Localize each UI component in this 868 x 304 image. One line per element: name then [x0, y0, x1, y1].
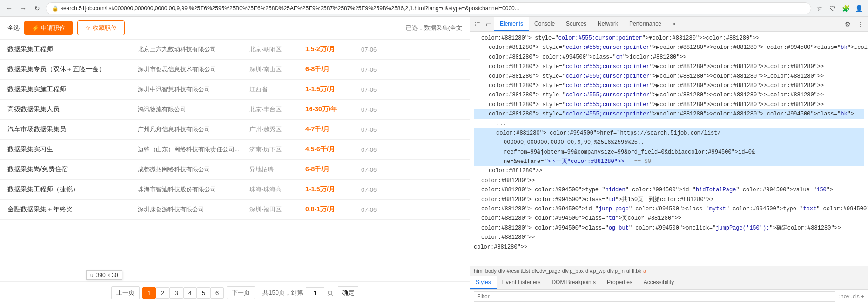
prev-page-button[interactable]: 上一页	[111, 286, 140, 299]
job-date: 07-06	[361, 66, 389, 73]
bottom-tab-accessibility[interactable]: Accessibility	[638, 276, 680, 289]
dom-line: color:#881280">>	[474, 176, 864, 185]
page-button-1[interactable]: 1	[142, 287, 156, 299]
job-company: 北京三六九数动科技有限公司	[138, 45, 249, 54]
breadcrumb-item-div-dw-page[interactable]: div.dw_page	[532, 268, 560, 274]
job-row[interactable]: 汽车市场数据采集员 广州凡舟信息科技有限公司 广州-越秀区 4-7千/月 07-…	[0, 120, 470, 140]
check-all-label[interactable]: 全选	[7, 24, 20, 32]
apply-button[interactable]: ⚡ 申请职位	[24, 21, 73, 35]
tab-sources[interactable]: Sources	[560, 17, 592, 31]
job-location: 江西省	[249, 85, 305, 94]
job-company: 深圳中讯智慧科技有限公司	[138, 85, 249, 94]
bookmark-button[interactable]: ☆	[814, 3, 825, 14]
confirm-button[interactable]: 确定	[338, 286, 358, 299]
settings-button[interactable]: ⚙	[842, 19, 853, 30]
job-date: 07-06	[361, 46, 389, 53]
address-bar[interactable]: 🔒 search.51job.com/list/000000,000000,00…	[46, 2, 811, 14]
job-salary: 1.5-2万/月	[305, 45, 361, 54]
tab-console[interactable]: Console	[529, 17, 560, 31]
browser-actions: ☆ 🛡 🧩 👤	[814, 3, 864, 14]
job-title: 数据采集专员（双休＋五险一金）	[7, 65, 138, 74]
dom-line: color:#881280"> style="color:#555;cursor…	[474, 43, 864, 52]
job-row[interactable]: 数据采集岗/免费住宿 成都微招网络科技有限公司 异地招聘 6-8千/月 07-0…	[0, 160, 470, 180]
more-options-button[interactable]: ⋮	[855, 19, 866, 30]
job-row[interactable]: 数据采集工程师（捷锐） 珠海市智迪科技股份有限公司 珠海-珠海高 1-1.5万/…	[0, 180, 470, 200]
job-title: 数据采集工程师（捷锐）	[7, 185, 138, 194]
breadcrumb-item-a[interactable]: a	[643, 268, 646, 274]
job-location: 异地招聘	[249, 165, 305, 174]
job-company: 深圳康创源科技有限公司	[138, 205, 249, 214]
job-panel: 全选 ⚡ 申请职位 ☆ 收藏职位 已选：数据采集(全文 数据采集工程师 北京三六…	[0, 17, 470, 304]
refresh-button[interactable]: ↻	[32, 3, 43, 14]
extension-button[interactable]: 🧩	[840, 3, 851, 14]
job-title: 数据采集工程师	[7, 45, 138, 54]
save-button[interactable]: ☆ 收藏职位	[77, 20, 125, 35]
filter-hint: :hov .cls +	[839, 293, 864, 300]
job-row[interactable]: 金融数据采集＋年终奖 深圳康创源科技有限公司 深圳-福田区 0.8-1万/月 0…	[0, 200, 470, 220]
job-location: 深圳-南山区	[249, 65, 305, 74]
breadcrumb-item-li-bk[interactable]: li.bk	[632, 268, 641, 274]
filter-input[interactable]	[474, 291, 835, 302]
dom-line: color:#881280"> style="color:#555;cursor…	[474, 34, 864, 43]
back-button[interactable]: ←	[4, 3, 15, 14]
dom-line: color:#881280"> color:#994500">id="jump_…	[474, 204, 864, 214]
page-button-6[interactable]: 6	[210, 287, 224, 299]
bottom-tab-styles[interactable]: Styles	[470, 276, 497, 289]
job-location: 广州-越秀区	[249, 125, 305, 134]
dom-tree: color:#881280"> style="color:#555;cursor…	[470, 32, 868, 266]
job-company: 边锋（山东）网络科技有限责任公司...	[138, 145, 249, 154]
page-input[interactable]	[306, 287, 324, 298]
bottom-tab-dom-breakpoints[interactable]: DOM Breakpoints	[546, 276, 601, 289]
pagination: ul 390 × 30 上一页 123456 下一页 共150页，到第 页 确定	[0, 281, 470, 304]
breadcrumb-item-ul[interactable]: ul	[626, 268, 631, 274]
bottom-tab-properties[interactable]: Properties	[601, 276, 638, 289]
profile-button[interactable]: 👤	[853, 3, 864, 14]
page-info: 共150页，到第	[262, 289, 303, 297]
job-company: 深圳市创思信息技术有限公司	[138, 65, 249, 74]
tooltip-box: ul 390 × 30	[86, 270, 122, 280]
breadcrumb-item-html[interactable]: html	[474, 268, 484, 274]
page-button-2[interactable]: 2	[156, 287, 169, 299]
breadcrumb-item-div-p-wp[interactable]: div.p_wp	[585, 268, 606, 274]
breadcrumb-item-div-p-in[interactable]: div.p_in	[607, 268, 625, 274]
job-title: 金融数据采集＋年终奖	[7, 205, 138, 214]
devtools-panel: ⬚ ▭ Elements Console Sources Network Per…	[470, 17, 868, 304]
tab-more[interactable]: »	[667, 17, 681, 31]
page-button-3[interactable]: 3	[169, 287, 183, 299]
job-title: 数据采集实施工程师	[7, 85, 138, 94]
dom-line: color:#881280">>	[474, 243, 864, 252]
lock-icon: 🔒	[52, 5, 59, 12]
dom-line: ne=&welfare=">下一页"color:#881280">> == $0	[474, 157, 864, 166]
job-salary: 1-1.5万/月	[305, 85, 361, 94]
page-button-4[interactable]: 4	[183, 287, 197, 299]
job-row[interactable]: 数据采集实习生 边锋（山东）网络科技有限责任公司... 济南-历下区 4.5-6…	[0, 140, 470, 160]
tab-performance[interactable]: Performance	[624, 17, 667, 31]
job-title: 高级数据采集人员	[7, 105, 138, 114]
forward-button[interactable]: →	[18, 3, 29, 14]
device-button[interactable]: ▭	[483, 19, 494, 30]
job-row[interactable]: 数据采集实施工程师 深圳中讯智慧科技有限公司 江西省 1-1.5万/月 07-0…	[0, 80, 470, 100]
tab-elements[interactable]: Elements	[494, 17, 529, 31]
breadcrumb-item--resultList[interactable]: #resultList	[507, 268, 530, 274]
page-button-5[interactable]: 5	[197, 287, 210, 299]
dom-line: color:#881280">>	[474, 233, 864, 242]
dom-line: color:#881280"> style="color:#555;cursor…	[474, 109, 864, 119]
job-location: 济南-历下区	[249, 145, 305, 154]
bottom-tab-event-listeners[interactable]: Event Listeners	[497, 276, 546, 289]
job-row[interactable]: 高级数据采集人员 鸿讯物流有限公司 北京-丰台区 16-30万/年 07-06	[0, 100, 470, 120]
breadcrumb-item-div[interactable]: div	[498, 268, 505, 274]
inspect-button[interactable]: ⬚	[472, 19, 483, 30]
breadcrumb-item-div-p-box[interactable]: div.p_box	[562, 268, 584, 274]
tab-network[interactable]: Network	[592, 17, 624, 31]
job-date: 07-06	[361, 106, 389, 113]
job-date: 07-06	[361, 126, 389, 133]
job-row[interactable]: 数据采集工程师 北京三六九数动科技有限公司 北京-朝阳区 1.5-2万/月 07…	[0, 40, 470, 60]
next-page-button[interactable]: 下一页	[227, 286, 255, 299]
page-label: 页	[327, 289, 333, 297]
dom-line: color:#881280"> style="color:#555;cursor…	[474, 100, 864, 109]
shield-button[interactable]: 🛡	[827, 3, 838, 14]
job-row[interactable]: 数据采集专员（双休＋五险一金） 深圳市创思信息技术有限公司 深圳-南山区 6-8…	[0, 60, 470, 80]
breadcrumb-item-body[interactable]: body	[485, 268, 497, 274]
job-location: 深圳-福田区	[249, 205, 305, 214]
job-company: 成都微招网络科技有限公司	[138, 165, 249, 174]
